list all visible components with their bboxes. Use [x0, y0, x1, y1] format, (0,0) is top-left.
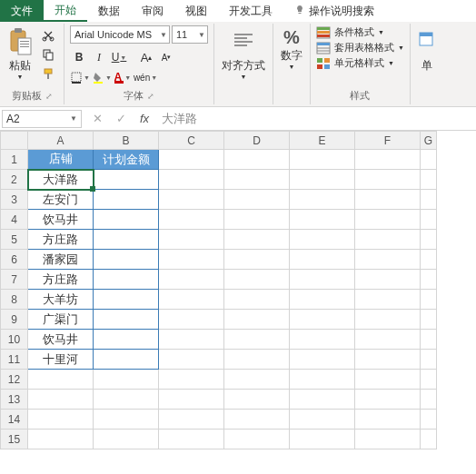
- cut-button[interactable]: [40, 27, 56, 44]
- cell[interactable]: [224, 370, 290, 390]
- col-header-F[interactable]: F: [355, 132, 421, 150]
- cell[interactable]: [421, 330, 437, 350]
- cell[interactable]: [355, 390, 421, 410]
- row-header[interactable]: 13: [1, 390, 28, 410]
- cell[interactable]: 十里河: [28, 350, 94, 370]
- border-button[interactable]: ▼: [70, 68, 90, 86]
- cell[interactable]: [355, 330, 421, 350]
- row-header[interactable]: 10: [1, 330, 28, 350]
- cell[interactable]: [421, 390, 437, 410]
- cell[interactable]: [355, 250, 421, 270]
- cell[interactable]: [94, 270, 159, 290]
- cell[interactable]: [159, 330, 224, 350]
- cell[interactable]: [355, 350, 421, 370]
- row-header[interactable]: 1: [1, 150, 28, 170]
- cell[interactable]: [290, 390, 355, 410]
- cell[interactable]: [290, 170, 355, 190]
- bold-button[interactable]: B: [70, 48, 88, 66]
- cell[interactable]: [421, 250, 437, 270]
- header-cell[interactable]: 店铺: [28, 150, 94, 170]
- cell[interactable]: [290, 410, 355, 430]
- spreadsheet-grid[interactable]: A B C D E F G 1店铺计划金额 2大洋路 3左安门 4饮马井 5方庄…: [0, 131, 476, 449]
- shrink-font-button[interactable]: A▾: [157, 48, 175, 66]
- cell[interactable]: [421, 410, 437, 430]
- cell[interactable]: [355, 270, 421, 290]
- cell[interactable]: [224, 170, 290, 190]
- cell[interactable]: 大羊坊: [28, 290, 94, 310]
- row-header[interactable]: 4: [1, 210, 28, 230]
- formula-input[interactable]: 大洋路: [160, 109, 471, 129]
- cell[interactable]: [421, 310, 437, 330]
- alignment-button[interactable]: 对齐方式 ▼: [220, 25, 267, 82]
- cell[interactable]: [28, 390, 94, 410]
- fill-color-button[interactable]: ▼: [92, 68, 112, 86]
- cell[interactable]: [421, 150, 437, 170]
- cell[interactable]: [94, 350, 159, 370]
- tab-help[interactable]: 操作说明搜索: [283, 0, 385, 22]
- expand-icon[interactable]: ⤢: [147, 92, 154, 101]
- cell[interactable]: [355, 190, 421, 210]
- active-cell[interactable]: 大洋路: [28, 170, 94, 190]
- row-header[interactable]: 2: [1, 170, 28, 190]
- cell[interactable]: [94, 190, 159, 210]
- cell[interactable]: [159, 430, 224, 449]
- cell[interactable]: [159, 350, 224, 370]
- cell[interactable]: [290, 230, 355, 250]
- cell[interactable]: [159, 230, 224, 250]
- font-name-combo[interactable]: Arial Unicode MS▼: [70, 25, 170, 44]
- fx-icon[interactable]: fx: [136, 112, 153, 125]
- cell[interactable]: [290, 270, 355, 290]
- cell-styles-button[interactable]: 单元格样式▼: [316, 56, 404, 70]
- cell[interactable]: [421, 350, 437, 370]
- cell[interactable]: [355, 210, 421, 230]
- cell[interactable]: [355, 430, 421, 449]
- col-header-D[interactable]: D: [224, 132, 290, 150]
- row-header[interactable]: 7: [1, 270, 28, 290]
- cell[interactable]: [421, 370, 437, 390]
- cancel-formula-icon[interactable]: ✕: [89, 112, 105, 125]
- row-header[interactable]: 9: [1, 310, 28, 330]
- cell[interactable]: 方庄路: [28, 230, 94, 250]
- cell[interactable]: [159, 310, 224, 330]
- cell[interactable]: [224, 270, 290, 290]
- row-header[interactable]: 8: [1, 290, 28, 310]
- cells-button[interactable]: 单: [416, 25, 438, 75]
- cell[interactable]: [94, 170, 159, 190]
- cell[interactable]: [421, 270, 437, 290]
- cell[interactable]: [224, 150, 290, 170]
- cell[interactable]: [290, 150, 355, 170]
- font-color-button[interactable]: A▼: [114, 68, 132, 86]
- underline-button[interactable]: U▼: [110, 48, 128, 66]
- cell[interactable]: [355, 310, 421, 330]
- tab-developer[interactable]: 开发工具: [218, 0, 283, 22]
- cell[interactable]: [224, 250, 290, 270]
- cell[interactable]: [224, 210, 290, 230]
- cell[interactable]: [94, 410, 159, 430]
- cell[interactable]: [94, 430, 159, 449]
- cell[interactable]: [224, 410, 290, 430]
- cell[interactable]: [159, 170, 224, 190]
- cell[interactable]: [28, 410, 94, 430]
- cell[interactable]: [94, 390, 159, 410]
- cell[interactable]: [94, 310, 159, 330]
- cell[interactable]: 潘家园: [28, 250, 94, 270]
- cell[interactable]: [28, 430, 94, 449]
- cell[interactable]: [224, 190, 290, 210]
- cell[interactable]: [159, 150, 224, 170]
- col-header-G[interactable]: G: [421, 132, 437, 150]
- tab-home[interactable]: 开始: [44, 0, 87, 22]
- cell[interactable]: [94, 370, 159, 390]
- cell[interactable]: [421, 210, 437, 230]
- cell[interactable]: [94, 210, 159, 230]
- cell[interactable]: [159, 390, 224, 410]
- col-header-C[interactable]: C: [159, 132, 224, 150]
- accept-formula-icon[interactable]: ✓: [113, 112, 129, 125]
- row-header[interactable]: 12: [1, 370, 28, 390]
- row-header[interactable]: 3: [1, 190, 28, 210]
- cell[interactable]: [28, 370, 94, 390]
- col-header-E[interactable]: E: [290, 132, 355, 150]
- cell[interactable]: [224, 350, 290, 370]
- cell[interactable]: [421, 190, 437, 210]
- format-table-button[interactable]: 套用表格格式▼: [316, 41, 404, 54]
- cell[interactable]: [159, 270, 224, 290]
